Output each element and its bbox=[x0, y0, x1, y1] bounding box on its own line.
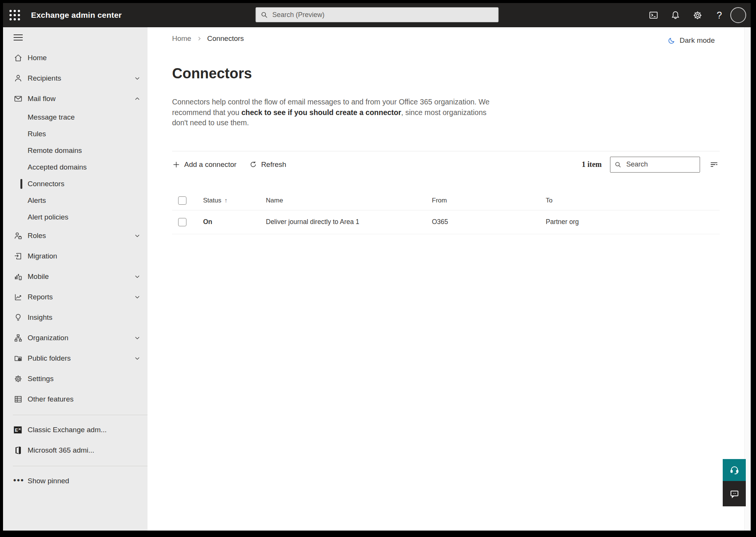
help-button[interactable]: ? bbox=[708, 3, 730, 27]
row-checkbox[interactable] bbox=[178, 218, 186, 226]
person-icon bbox=[13, 73, 23, 83]
sidebar-item-accepted-domains[interactable]: Accepted domains bbox=[3, 159, 147, 176]
powershell-button[interactable] bbox=[643, 3, 664, 27]
breadcrumb: Home Connectors bbox=[172, 33, 720, 44]
vertical-scrollbar[interactable] bbox=[744, 27, 751, 531]
header-checkbox-cell bbox=[172, 196, 203, 205]
sidebar-item-label: Mobile bbox=[28, 272, 49, 281]
notifications-button[interactable] bbox=[664, 3, 686, 27]
item-count: 1 item bbox=[582, 160, 602, 169]
column-header-from[interactable]: From bbox=[432, 197, 546, 204]
search-icon bbox=[614, 161, 622, 168]
sidebar-item-other-features[interactable]: Other features bbox=[3, 389, 147, 409]
sidebar-item-classic-exchange[interactable]: E Classic Exchange adm... bbox=[3, 420, 147, 440]
chevron-down-icon bbox=[134, 75, 141, 82]
microsoft-365-icon bbox=[13, 445, 23, 455]
column-header-to[interactable]: To bbox=[546, 197, 720, 204]
account-avatar[interactable] bbox=[730, 7, 746, 23]
row-name[interactable]: Deliver journal directly to Area 1 bbox=[266, 218, 432, 226]
help-icon: ? bbox=[717, 10, 722, 21]
breadcrumb-home-link[interactable]: Home bbox=[172, 34, 191, 43]
sidebar-item-connectors[interactable]: Connectors bbox=[3, 176, 147, 192]
sidebar-item-migration[interactable]: Migration bbox=[3, 246, 147, 266]
sidebar-item-label: Accepted domains bbox=[28, 163, 87, 171]
refresh-button[interactable]: Refresh bbox=[249, 160, 286, 169]
sidebar-item-rules[interactable]: Rules bbox=[3, 126, 147, 142]
row-to: Partner org bbox=[546, 218, 720, 226]
table-grid-icon bbox=[13, 394, 23, 404]
app-launcher-button[interactable] bbox=[3, 3, 26, 27]
chevron-down-icon bbox=[134, 232, 141, 239]
sidebar-item-m365-admin[interactable]: Microsoft 365 admi... bbox=[3, 440, 147, 461]
table-row[interactable]: On Deliver journal directly to Area 1 O3… bbox=[172, 210, 720, 234]
chevron-down-icon bbox=[134, 273, 141, 280]
sidebar-item-label: Show pinned bbox=[28, 477, 69, 485]
toolbar-right: 1 item bbox=[582, 157, 720, 173]
document-arrow-icon bbox=[13, 251, 23, 261]
main-content: Home Connectors Connectors Connectors he… bbox=[147, 27, 745, 531]
sidebar-item-label: Microsoft 365 admi... bbox=[28, 446, 94, 455]
chevron-right-icon bbox=[197, 36, 202, 41]
sort-ascending-icon: ↑ bbox=[224, 197, 227, 204]
app-window: Exchange admin center ? bbox=[3, 3, 751, 531]
sidebar-item-label: Reports bbox=[28, 293, 53, 301]
page-title: Connectors bbox=[172, 65, 720, 82]
filter-icon bbox=[709, 160, 719, 170]
sidebar-item-insights[interactable]: Insights bbox=[3, 307, 147, 328]
sidebar-item-mobile[interactable]: Mobile bbox=[3, 266, 147, 287]
sidebar-item-mail-flow[interactable]: Mail flow bbox=[3, 89, 147, 109]
waffle-icon bbox=[9, 10, 20, 20]
selected-indicator bbox=[20, 179, 22, 189]
sidebar-item-message-trace[interactable]: Message trace bbox=[3, 109, 147, 126]
gear-icon bbox=[692, 10, 703, 20]
sidebar-item-show-pinned[interactable]: ••• Show pinned bbox=[3, 471, 147, 491]
hamburger-icon bbox=[14, 33, 23, 42]
sidebar-item-organization[interactable]: Organization bbox=[3, 328, 147, 348]
chevron-up-icon bbox=[134, 95, 141, 102]
sidebar-item-alert-policies[interactable]: Alert policies bbox=[3, 209, 147, 226]
dark-mode-toggle[interactable]: Dark mode bbox=[668, 36, 715, 45]
list-search-box[interactable] bbox=[610, 157, 700, 173]
sidebar-item-home[interactable]: Home bbox=[3, 48, 147, 68]
app-title[interactable]: Exchange admin center bbox=[31, 11, 122, 20]
sidebar-item-settings[interactable]: Settings bbox=[3, 369, 147, 389]
top-bar: Exchange admin center ? bbox=[3, 3, 751, 27]
column-header-status[interactable]: Status↑ bbox=[203, 197, 266, 204]
feedback-button[interactable] bbox=[723, 481, 746, 506]
sidebar-item-alerts[interactable]: Alerts bbox=[3, 192, 147, 209]
chat-icon bbox=[729, 489, 740, 499]
sidebar-item-label: Settings bbox=[28, 375, 54, 383]
sidebar-item-reports[interactable]: Reports bbox=[3, 287, 147, 307]
line-chart-icon bbox=[13, 292, 23, 302]
global-search-input[interactable] bbox=[272, 11, 494, 19]
support-button[interactable] bbox=[723, 459, 746, 481]
folder-globe-icon bbox=[13, 353, 23, 363]
settings-button[interactable] bbox=[686, 3, 708, 27]
org-chart-icon bbox=[13, 333, 23, 343]
sidebar-item-public-folders[interactable]: Public folders bbox=[3, 348, 147, 369]
chevron-down-icon bbox=[134, 355, 141, 362]
filter-button[interactable] bbox=[708, 159, 720, 170]
add-connector-button[interactable]: Add a connector bbox=[172, 160, 236, 169]
row-status: On bbox=[203, 218, 266, 226]
toolbar-section: Add a connector Refresh 1 item bbox=[172, 151, 720, 178]
sidebar-item-label: Migration bbox=[28, 252, 57, 260]
nav-divider bbox=[13, 415, 147, 415]
sidebar-item-label: Organization bbox=[28, 334, 68, 342]
nav-collapse-button[interactable] bbox=[3, 27, 147, 48]
plus-icon bbox=[172, 160, 180, 169]
global-search-box[interactable] bbox=[255, 7, 498, 22]
description-link[interactable]: check to see if you should create a conn… bbox=[241, 108, 401, 117]
refresh-icon bbox=[249, 160, 257, 168]
sidebar-item-label: Classic Exchange adm... bbox=[28, 426, 107, 434]
column-header-name[interactable]: Name bbox=[266, 197, 432, 204]
sidebar-item-label: Alerts bbox=[28, 196, 46, 205]
list-search-input[interactable] bbox=[626, 160, 696, 169]
sidebar-item-roles[interactable]: Roles bbox=[3, 226, 147, 246]
person-briefcase-icon bbox=[13, 231, 23, 241]
select-all-checkbox[interactable] bbox=[178, 196, 186, 205]
sidebar-item-recipients[interactable]: Recipients bbox=[3, 68, 147, 89]
sidebar-item-remote-domains[interactable]: Remote domains bbox=[3, 142, 147, 159]
gear-icon bbox=[13, 374, 23, 384]
classic-exchange-icon: E bbox=[13, 425, 23, 435]
